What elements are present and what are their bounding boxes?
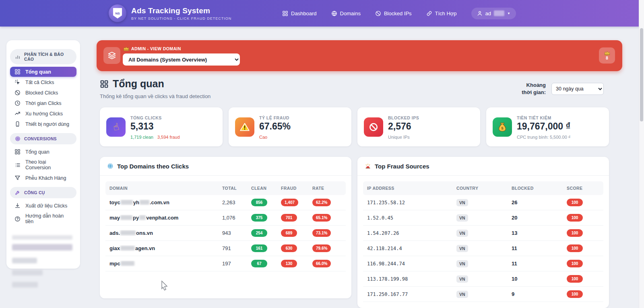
wrench-icon: [15, 190, 21, 195]
trend-icon: [14, 111, 21, 117]
ip-address-cell: 171.235.58.12: [367, 200, 456, 205]
domain-cell: maypyvenphat.com: [109, 215, 222, 221]
ip-address-cell: 42.118.214.4: [367, 246, 456, 251]
top-fraud-sources-title: Top Fraud Sources: [357, 157, 609, 176]
nav-item-domains[interactable]: Domains: [331, 10, 361, 16]
fraud-badge: 130: [281, 260, 297, 267]
sidebar-item-label: Hướng dẫn hoàn tiền: [25, 213, 72, 224]
scrollbar-thumb[interactable]: [640, 28, 643, 121]
redacted-text: [120, 230, 136, 235]
sidebar-item-label: Tất cả Clicks: [25, 80, 54, 85]
sidebar-section-header: CÔNG CỤ: [10, 187, 76, 198]
download-icon: [14, 203, 21, 209]
sidebar-item-tổng-quan[interactable]: Tổng quan: [10, 147, 76, 157]
total-cell: 1,076: [222, 215, 251, 221]
stat-subtext: CPC trung bình: 5,500.00 ₫: [517, 135, 570, 140]
blocked-count-cell: 26: [512, 199, 567, 205]
domain-table-row: giaxagen.vn79116163079.6%: [105, 241, 346, 256]
sidebar-item-tổng-quan[interactable]: Tổng quan: [10, 67, 76, 77]
fraud-source-row: 42.118.214.4VN11100: [363, 241, 603, 256]
sidebar-item-tất-cả-clicks[interactable]: Tất cả Clicks: [10, 77, 76, 87]
app-logo: NS: [109, 4, 126, 22]
country-badge: VN: [456, 245, 468, 252]
sidebar-item-thời-gian-clicks[interactable]: Thời gian Clicks: [10, 98, 76, 108]
logo-shield-icon: NS: [113, 8, 122, 18]
domain-table-row: maypyvenphat.com1,07637570165.1%: [105, 210, 346, 226]
grid-icon: [14, 149, 21, 155]
nav-item-dashboard[interactable]: Dashboard: [282, 10, 317, 16]
user-name-redacted: [494, 10, 504, 16]
ip-address-cell: 1.52.0.45: [367, 215, 456, 221]
page-title: Tổng quan: [100, 78, 211, 90]
time-range-select[interactable]: 30 ngày qua: [551, 83, 604, 95]
blocked-count-cell: 20: [512, 215, 567, 221]
sidebar-item-xuất-dữ-liệu-clicks[interactable]: Xuất dữ liệu Clicks: [10, 201, 76, 211]
sidebar-item-xu-hướng-clicks[interactable]: Xu hướng Clicks: [10, 109, 76, 119]
grid-icon: [100, 80, 109, 88]
domains-table-header: DOMAINTOTALCLEANFRAUDRATE: [105, 181, 346, 195]
redacted-text: [139, 215, 146, 220]
sidebar-item-theo-loại-conversion[interactable]: Theo loại Conversion: [10, 157, 76, 172]
stat-value: 5,313: [130, 121, 154, 132]
country-badge: VN: [456, 199, 468, 206]
clean-badge: 375: [251, 214, 267, 222]
stat-label: TIỀN TIẾT KIỆM: [517, 115, 551, 120]
rate-badge: 65.1%: [312, 214, 331, 222]
svg-text:$: $: [501, 126, 504, 130]
clean-badge: 856: [251, 199, 267, 206]
column-header: CLEAN: [251, 186, 281, 191]
admin-domain-count: 8: [606, 56, 608, 60]
clean-badge: 67: [251, 260, 267, 267]
grid-icon: [14, 69, 21, 75]
admin-banner-label: ADMIN - VIEW DOMAIN: [123, 46, 181, 51]
domain-select[interactable]: All Domains (System Overview): [123, 53, 240, 66]
total-cell: 943: [222, 230, 251, 236]
stat-subtext: 1,719 clean3,594 fraud: [130, 135, 180, 140]
fraud-badge: 630: [281, 244, 297, 252]
column-header: FRAUD: [281, 186, 312, 191]
ip-address-cell: 171.250.167.77: [367, 292, 456, 297]
top-domains-card: Top Domains theo Clicks DOMAINTOTALCLEAN…: [100, 157, 351, 298]
sidebar-item-thiết-bị-người-dùng[interactable]: Thiết bị người dùng: [10, 119, 76, 129]
ban-icon: [14, 90, 21, 96]
domain-table-row: mpc1976713066.0%: [105, 256, 346, 271]
sidebar-item-phễu-khách-hàng[interactable]: Phễu Khách Hàng: [10, 173, 76, 183]
fraud-source-row: 1.52.0.45VN20100: [363, 210, 603, 226]
sidebar: PHÂN TÍCH & BÁO CÁOTổng quanTất cả Click…: [6, 40, 80, 269]
blocked-count-cell: 11: [512, 261, 567, 267]
sidebar-item-blocked-clicks[interactable]: Blocked Clicks: [10, 88, 76, 98]
top-header: NS Ads Tracking System BY NET SOLUTIONS …: [0, 0, 644, 27]
column-header: TOTAL: [222, 186, 251, 191]
redacted-text: [121, 200, 133, 205]
domain-cell: giaxagen.vn: [109, 245, 222, 251]
country-badge: VN: [456, 230, 468, 237]
siren-icon: [365, 163, 371, 169]
column-header: COUNTRY: [456, 186, 512, 191]
score-badge: 100: [567, 229, 583, 237]
nav-item-tích-hợp[interactable]: Tích Hợp: [426, 10, 457, 16]
sidebar-item-label: Xu hướng Clicks: [25, 111, 63, 117]
rate-badge: 73.1%: [312, 229, 331, 237]
redacted-text: [121, 261, 134, 266]
sidebar-item-label: Blocked Clicks: [25, 90, 58, 96]
time-range-label: Khoảng thời gian:: [519, 82, 546, 96]
ip-address-cell: 1.54.207.26: [367, 230, 456, 236]
page: NS Ads Tracking System BY NET SOLUTIONS …: [0, 0, 644, 308]
admin-banner: ADMIN - VIEW DOMAIN All Domains (System …: [97, 40, 622, 71]
nav-item-blocked-ips[interactable]: Blocked IPs: [375, 10, 412, 16]
ip-address-cell: 116.98.244.74: [367, 261, 456, 267]
crown-icon: [123, 46, 129, 51]
link-icon: [426, 10, 432, 16]
app-title: Ads Tracking System: [131, 6, 231, 15]
stat-card-no-entry: BLOCKED IPS2,576Unique IPs: [357, 107, 480, 146]
target-icon: [15, 136, 21, 142]
sidebar-item-label: Thiết bị người dùng: [25, 121, 69, 127]
domain-table-row: toycyh.com.vn2,2638561,40762.2%: [105, 195, 346, 210]
sidebar-item-hướng-dẫn-hoàn-tiền[interactable]: Hướng dẫn hoàn tiền: [10, 211, 76, 226]
clock-icon: [14, 100, 21, 106]
fraud-source-row: 116.98.244.74VN11100: [363, 256, 603, 271]
user-menu[interactable]: ad ▼: [471, 8, 516, 19]
sidebar-item-label: Xuất dữ liệu Clicks: [25, 203, 67, 209]
stat-value: 67.65%: [259, 121, 291, 132]
sidebar-item-label: Thời gian Clicks: [25, 101, 61, 106]
